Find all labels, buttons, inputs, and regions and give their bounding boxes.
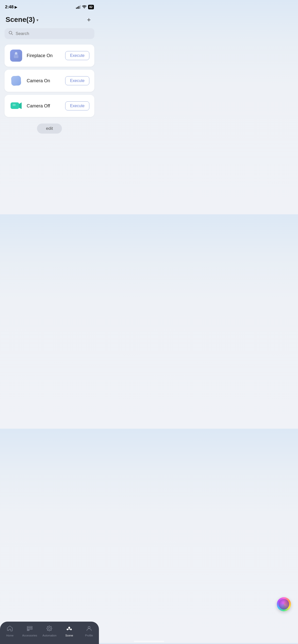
status-time: 2:48 ▶ <box>5 5 17 10</box>
scene-card-camera-on: Camera On Execute <box>5 70 94 92</box>
svg-marker-5 <box>19 102 22 109</box>
execute-button-fireplace-on[interactable]: Execute <box>65 51 89 60</box>
svg-rect-2 <box>14 55 18 58</box>
location-icon: ▶ <box>15 5 17 9</box>
signal-bars-icon <box>76 5 81 9</box>
scene-name-camera-off: Camera Off <box>27 103 50 109</box>
svg-point-0 <box>84 8 84 8</box>
search-input[interactable] <box>16 31 90 36</box>
scene-card-fireplace-on: Fireplace On Execute <box>5 45 94 67</box>
svg-rect-3 <box>14 54 18 55</box>
wifi-icon <box>82 5 87 9</box>
scene-card-camera-off: Camera Off Execute <box>5 95 94 117</box>
svg-rect-6 <box>13 104 16 106</box>
edit-button[interactable]: edit <box>37 124 62 134</box>
add-scene-button[interactable]: + <box>84 15 93 24</box>
scene-name-camera-on: Camera On <box>27 78 50 84</box>
dropdown-arrow-icon: ▾ <box>36 18 38 22</box>
execute-button-camera-on[interactable]: Execute <box>65 76 89 85</box>
scene-list: Fireplace On Execute Camera On Execute <box>0 45 99 117</box>
execute-button-camera-off[interactable]: Execute <box>65 101 89 110</box>
page-header: Scene(3) ▾ + <box>0 13 99 28</box>
status-bar: 2:48 ▶ 82 <box>0 0 99 13</box>
camera-on-icon <box>10 74 23 87</box>
fireplace-icon <box>10 49 23 62</box>
camera-off-icon <box>10 99 23 112</box>
edit-container: edit <box>0 124 99 134</box>
page-title[interactable]: Scene(3) ▾ <box>6 16 38 24</box>
scene-name-fireplace-on: Fireplace On <box>27 53 53 58</box>
search-icon <box>9 31 13 36</box>
search-bar[interactable] <box>5 28 94 39</box>
status-icons: 82 <box>76 5 94 9</box>
battery-icon: 82 <box>88 5 94 9</box>
